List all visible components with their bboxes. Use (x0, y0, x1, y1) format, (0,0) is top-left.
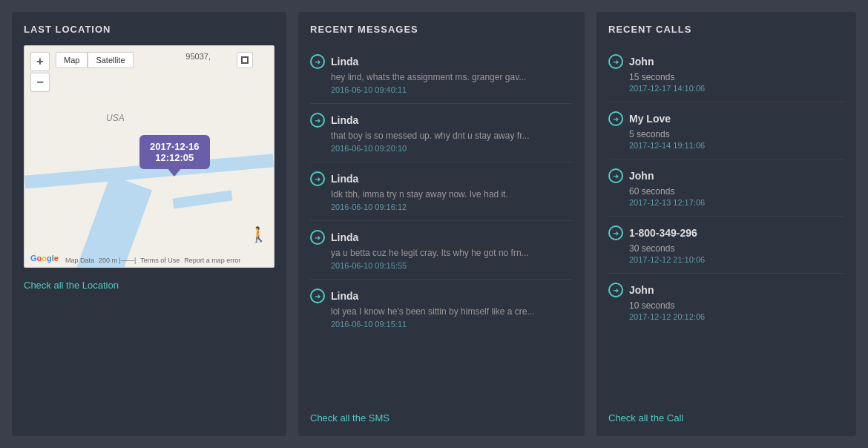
pegman-icon[interactable]: 🚶 (249, 225, 268, 243)
message-list-item[interactable]: ➜ Linda hey lind, whats the assignment m… (310, 45, 573, 104)
check-call-link[interactable]: Check all the Call (608, 412, 683, 424)
map-container: + − Map Satellite 95037, USA 2017-12-16 … (24, 45, 274, 268)
call-arrow-icon: ➜ (608, 111, 623, 126)
message-preview-text: Idk tbh, imma try n stay away now. Ive h… (331, 189, 573, 200)
call-list-item[interactable]: ➜ My Love 5 seconds 2017-12-14 19:11:06 (608, 102, 844, 159)
call-contact-name: My Love (629, 113, 671, 125)
location-title: LAST LOCATION (24, 24, 274, 35)
messages-footer: Check all the SMS (310, 395, 573, 424)
call-duration: 15 seconds (629, 72, 844, 82)
message-preview-text: hey lind, whats the assignment ms. grang… (331, 72, 573, 82)
call-item-header: ➜ 1-800-349-296 (608, 225, 844, 240)
message-preview-text: lol yea I know he's been sittin by himse… (331, 306, 573, 317)
map-marker-bubble: 2017-12-16 12:12:05 (139, 135, 210, 169)
call-list-item[interactable]: ➜ John 15 seconds 2017-12-17 14:10:06 (608, 45, 844, 102)
zoom-out-button[interactable]: − (30, 73, 50, 92)
call-duration: 10 seconds (629, 300, 844, 311)
message-item-header: ➜ Linda (310, 289, 573, 303)
message-item-header: ➜ Linda (310, 230, 573, 245)
google-logo: Google (30, 254, 59, 263)
calls-title: RECENT CALLS (608, 24, 844, 35)
call-duration: 30 seconds (629, 243, 844, 254)
map-data-label: Map Data (65, 257, 94, 264)
message-date: 2016-06-10 09:15:11 (331, 320, 573, 329)
message-sender-name: Linda (331, 173, 358, 185)
message-list-item[interactable]: ➜ Linda ya u betta cuz he legit cray. It… (310, 221, 573, 280)
messages-title: RECENT MESSAGES (310, 24, 573, 35)
message-date: 2016-06-10 09:15:55 (331, 261, 573, 270)
message-preview-text: that boy is so messed up. why dnt u stay… (331, 131, 573, 141)
call-list-item[interactable]: ➜ John 10 seconds 2017-12-12 20:12:06 (608, 274, 844, 330)
report-link[interactable]: Report a map error (184, 257, 240, 264)
messages-panel: RECENT MESSAGES ➜ Linda hey lind, whats … (298, 12, 585, 436)
message-sender-name: Linda (331, 56, 358, 67)
call-contact-name: John (629, 284, 654, 296)
call-date: 2017-12-13 12:17:06 (629, 198, 844, 207)
map-footer: Map Data 200 m |——| Terms of Use Report … (65, 257, 240, 264)
map-view-button[interactable]: Map (56, 52, 88, 68)
map-background: + − Map Satellite 95037, USA 2017-12-16 … (24, 46, 274, 267)
incoming-arrow-icon: ➜ (310, 230, 325, 245)
call-arrow-icon: ➜ (608, 168, 623, 183)
check-sms-link[interactable]: Check all the SMS (310, 412, 389, 424)
call-arrow-icon: ➜ (608, 283, 623, 297)
call-item-header: ➜ John (608, 168, 844, 183)
message-list-item[interactable]: ➜ Linda lol yea I know he's been sittin … (310, 280, 573, 337)
call-item-header: ➜ John (608, 283, 844, 297)
fullscreen-icon (241, 56, 249, 64)
message-sender-name: Linda (331, 231, 358, 243)
map-type-toggle: Map Satellite (56, 52, 134, 68)
message-list-item[interactable]: ➜ Linda Idk tbh, imma try n stay away no… (310, 162, 573, 221)
incoming-arrow-icon: ➜ (310, 113, 325, 128)
map-road-3 (172, 191, 232, 209)
calls-panel: RECENT CALLS ➜ John 15 seconds 2017-12-1… (596, 12, 856, 436)
calls-list: ➜ John 15 seconds 2017-12-17 14:10:06 ➜ … (608, 45, 844, 386)
map-scale-label: 200 m |——| (99, 257, 136, 264)
map-zipcode: 95037, (185, 52, 211, 61)
message-date: 2016-06-10 09:16:12 (331, 202, 573, 211)
call-duration: 60 seconds (629, 186, 844, 197)
calls-footer: Check all the Call (608, 395, 844, 424)
message-sender-name: Linda (331, 290, 358, 302)
call-arrow-icon: ➜ (608, 54, 623, 69)
map-road-2 (75, 175, 152, 268)
map-zoom-controls: + − (30, 52, 50, 92)
call-contact-name: John (629, 56, 654, 67)
check-location-link[interactable]: Check all the Location (24, 280, 274, 291)
message-list-item[interactable]: ➜ Linda that boy is so messed up. why dn… (310, 104, 573, 162)
call-date: 2017-12-17 14:10:06 (629, 84, 844, 93)
incoming-arrow-icon: ➜ (310, 289, 325, 303)
location-panel: LAST LOCATION + − Map Satellite 95037 (12, 12, 286, 436)
call-date: 2017-12-12 21:10:06 (629, 255, 844, 264)
message-date: 2016-06-10 09:40:11 (331, 85, 573, 94)
satellite-view-button[interactable]: Satellite (88, 52, 133, 68)
zoom-in-button[interactable]: + (30, 52, 50, 71)
message-preview-text: ya u betta cuz he legit cray. Its why he… (331, 248, 573, 258)
message-item-header: ➜ Linda (310, 54, 573, 69)
message-sender-name: Linda (331, 114, 358, 126)
map-country-label: USA (106, 113, 125, 123)
message-date: 2016-06-10 09:20:10 (331, 144, 573, 153)
fullscreen-button[interactable] (237, 52, 253, 68)
message-item-header: ➜ Linda (310, 171, 573, 186)
call-duration: 5 seconds (629, 129, 844, 139)
call-list-item[interactable]: ➜ John 60 seconds 2017-12-13 12:17:06 (608, 159, 844, 217)
map-marker-date: 2017-12-16 (150, 141, 200, 152)
messages-list: ➜ Linda hey lind, whats the assignment m… (310, 45, 573, 386)
map-marker: 2017-12-16 12:12:05 (139, 135, 210, 169)
call-item-header: ➜ My Love (608, 111, 844, 126)
call-contact-name: John (629, 170, 654, 182)
call-date: 2017-12-14 19:11:06 (629, 141, 844, 150)
call-arrow-icon: ➜ (608, 225, 623, 240)
map-marker-time: 12:12:05 (150, 152, 200, 163)
call-contact-name: 1-800-349-296 (629, 227, 697, 239)
call-item-header: ➜ John (608, 54, 844, 69)
call-date: 2017-12-12 20:12:06 (629, 312, 844, 321)
terms-of-use-link[interactable]: Terms of Use (140, 257, 180, 264)
call-list-item[interactable]: ➜ 1-800-349-296 30 seconds 2017-12-12 21… (608, 217, 844, 274)
dashboard: LAST LOCATION + − Map Satellite 95037 (12, 12, 856, 436)
message-item-header: ➜ Linda (310, 113, 573, 128)
incoming-arrow-icon: ➜ (310, 54, 325, 69)
incoming-arrow-icon: ➜ (310, 171, 325, 186)
